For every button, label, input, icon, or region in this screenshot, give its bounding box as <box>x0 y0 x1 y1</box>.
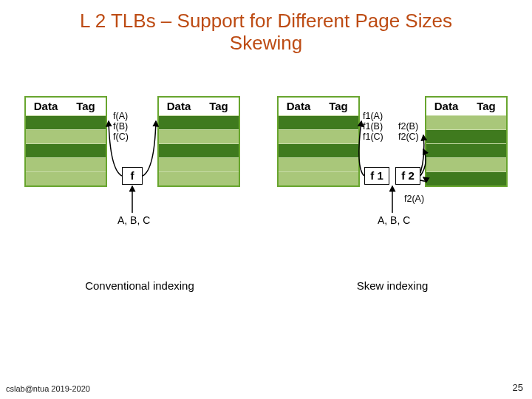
skew-f1box: f 1 <box>364 167 389 185</box>
conv-input-label: A, B, C <box>117 214 150 226</box>
flabel: f2(C) <box>398 132 419 142</box>
col-data: Data <box>426 98 466 115</box>
skew-diagram: Data Tag Data Tag <box>274 81 511 273</box>
col-tag: Tag <box>66 98 106 115</box>
diagram-row: Data Tag Data Tag <box>0 81 532 292</box>
col-tag: Tag <box>318 98 358 115</box>
col-data: Data <box>159 98 199 115</box>
skew-block: Data Tag Data Tag <box>274 81 511 292</box>
flabel: f(C) <box>113 132 129 142</box>
col-tag: Tag <box>466 98 506 115</box>
skew-f2label-bottom: f2(A) <box>404 194 424 204</box>
conv-caption: Conventional indexing <box>21 279 258 292</box>
conventional-diagram: Data Tag Data Tag <box>21 81 258 273</box>
conventional-block: Data Tag Data Tag <box>21 81 258 292</box>
skew-tlb-left: Data Tag <box>277 96 360 187</box>
conv-tlb-left: Data Tag <box>24 96 107 187</box>
conv-tlb-right: Data Tag <box>157 96 240 187</box>
col-data: Data <box>26 98 66 115</box>
title-line1: L 2 TLBs – Support for Different Page Si… <box>80 10 452 32</box>
flabel: f1(C) <box>363 132 383 142</box>
skew-f2box: f 2 <box>395 167 420 185</box>
skew-f1labels: f1(A) f1(B) f1(C) <box>363 111 383 142</box>
flabel: f(B) <box>113 121 129 132</box>
skew-f2labels-top: f2(B) f2(C) <box>398 121 419 142</box>
flabel: f2(B) <box>398 121 419 132</box>
col-data: Data <box>279 98 318 115</box>
conv-fbox: f <box>122 167 143 185</box>
flabel: f1(A) <box>363 111 383 121</box>
skew-input-label: A, B, C <box>378 214 410 226</box>
skew-f1box-label: f 1 <box>370 169 383 182</box>
page-number: 25 <box>513 382 523 393</box>
title-line2: Skewing <box>230 32 302 54</box>
conv-flabels: f(A) f(B) f(C) <box>113 111 129 142</box>
slide-title: L 2 TLBs – Support for Different Page Si… <box>30 10 502 55</box>
footer-left: cslab@ntua 2019-2020 <box>6 384 90 393</box>
skew-f2box-label: f 2 <box>401 169 415 182</box>
conv-fbox-label: f <box>131 169 134 182</box>
skew-caption: Skew indexing <box>274 279 511 292</box>
skew-tlb-right: Data Tag <box>425 96 508 187</box>
flabel: f(A) <box>113 111 129 121</box>
flabel: f1(B) <box>363 121 383 132</box>
col-tag: Tag <box>199 98 239 115</box>
